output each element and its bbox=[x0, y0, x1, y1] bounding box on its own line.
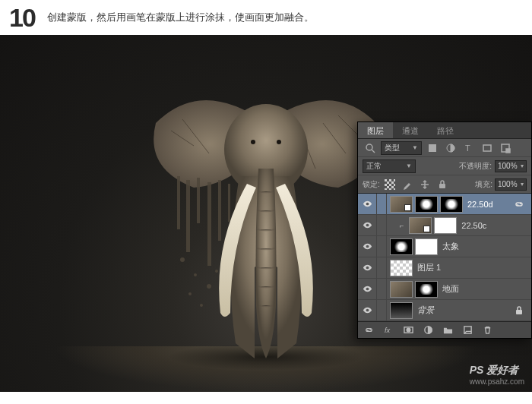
svg-point-1 bbox=[251, 140, 255, 144]
visibility-icon[interactable] bbox=[358, 263, 376, 273]
chevron-down-icon: ▾ bbox=[521, 181, 524, 188]
lock-label: 锁定: bbox=[363, 179, 380, 190]
new-group-button[interactable] bbox=[440, 324, 455, 337]
layer-row[interactable]: 地面 bbox=[358, 279, 531, 300]
svg-rect-19 bbox=[429, 144, 436, 152]
mask-thumb[interactable] bbox=[415, 238, 438, 255]
svg-rect-25 bbox=[385, 179, 395, 190]
mask-thumb[interactable] bbox=[440, 196, 463, 213]
mask-thumb[interactable] bbox=[434, 217, 457, 234]
layer-thumbs bbox=[387, 196, 463, 213]
search-icon[interactable] bbox=[363, 141, 378, 155]
svg-rect-6 bbox=[207, 182, 211, 266]
layer-thumbs bbox=[387, 281, 438, 298]
layer-thumb[interactable] bbox=[390, 302, 413, 319]
svg-rect-22 bbox=[483, 145, 491, 151]
chevron-down-icon: ▼ bbox=[406, 163, 412, 169]
layer-row[interactable]: 背景 bbox=[358, 300, 531, 321]
layer-name[interactable]: 图层 1 bbox=[413, 262, 441, 273]
layer-name[interactable]: 太象 bbox=[438, 241, 459, 252]
add-mask-button[interactable] bbox=[401, 324, 416, 337]
step-number: 10 bbox=[9, 3, 35, 33]
layer-thumb[interactable] bbox=[409, 217, 432, 234]
filter-pixel-icon[interactable] bbox=[425, 141, 440, 155]
link-column bbox=[376, 300, 387, 320]
adjustment-layer-button[interactable] bbox=[420, 324, 435, 337]
svg-text:fx: fx bbox=[384, 327, 390, 334]
layer-row[interactable]: ⌐ 22.50c bbox=[358, 215, 531, 236]
svg-rect-3 bbox=[177, 176, 180, 229]
watermark-brand: PS 爱好者 bbox=[470, 364, 519, 376]
lock-paint-icon[interactable] bbox=[400, 178, 415, 191]
elephant-illustration bbox=[141, 70, 391, 374]
link-layers-button[interactable] bbox=[361, 324, 376, 337]
delete-layer-button[interactable] bbox=[480, 324, 495, 337]
lock-position-icon[interactable] bbox=[417, 178, 432, 191]
filter-adjust-icon[interactable] bbox=[443, 141, 458, 155]
new-layer-button[interactable] bbox=[460, 324, 475, 337]
layer-thumbs bbox=[387, 238, 438, 255]
svg-point-31 bbox=[366, 245, 369, 248]
blend-mode-dropdown[interactable]: 正常▼ bbox=[363, 159, 416, 173]
visibility-icon[interactable] bbox=[358, 199, 376, 209]
layer-thumb[interactable] bbox=[390, 260, 413, 276]
watermark: PS 爱好者 www.psahz.com bbox=[470, 364, 524, 386]
layer-thumb[interactable] bbox=[390, 238, 413, 255]
link-column bbox=[376, 236, 387, 257]
layer-row[interactable]: 太象 bbox=[358, 236, 531, 257]
svg-rect-5 bbox=[197, 178, 200, 223]
visibility-icon[interactable] bbox=[358, 220, 376, 230]
svg-rect-4 bbox=[186, 180, 190, 252]
opacity-label: 不透明度: bbox=[459, 161, 492, 172]
visibility-icon[interactable] bbox=[358, 284, 376, 294]
panel-menu-icon[interactable] bbox=[519, 122, 531, 138]
layer-name[interactable]: 22.50d bbox=[463, 200, 493, 209]
lock-icon bbox=[511, 304, 527, 317]
layer-name[interactable]: 22.50c bbox=[457, 221, 486, 230]
layer-list: 22.50d ⌐ 22.50c 太象 bbox=[358, 194, 531, 321]
visibility-icon[interactable] bbox=[358, 305, 376, 315]
layer-thumbs bbox=[387, 302, 413, 319]
layer-thumb[interactable] bbox=[390, 281, 413, 298]
link-icon[interactable] bbox=[511, 197, 527, 211]
svg-point-2 bbox=[277, 140, 281, 144]
layer-thumbs bbox=[387, 260, 413, 276]
svg-point-9 bbox=[180, 257, 185, 262]
tab-layers[interactable]: 图层 bbox=[358, 122, 393, 138]
fill-label: 填充: bbox=[475, 179, 492, 190]
layer-style-button[interactable]: fx bbox=[381, 324, 396, 337]
lock-row: 锁定: 填充: 100%▾ bbox=[358, 175, 531, 194]
tab-paths[interactable]: 路径 bbox=[428, 122, 463, 138]
layer-row[interactable]: 22.50d bbox=[358, 194, 531, 215]
svg-point-12 bbox=[188, 292, 192, 295]
filter-shape-icon[interactable] bbox=[480, 141, 495, 155]
chevron-down-icon: ▼ bbox=[412, 144, 418, 151]
svg-point-14 bbox=[200, 304, 203, 307]
tab-channels[interactable]: 通道 bbox=[393, 122, 428, 138]
filter-kind-dropdown[interactable]: 类型▼ bbox=[381, 141, 422, 155]
layer-name[interactable]: 背景 bbox=[413, 305, 434, 316]
opacity-input[interactable]: 100%▾ bbox=[495, 160, 527, 172]
svg-rect-28 bbox=[439, 184, 445, 188]
mask-thumb[interactable] bbox=[415, 196, 438, 213]
svg-rect-35 bbox=[516, 310, 522, 314]
clip-icon: ⌐ bbox=[397, 222, 406, 229]
svg-point-38 bbox=[407, 328, 410, 332]
layer-thumb[interactable] bbox=[390, 196, 413, 213]
lock-transparent-icon[interactable] bbox=[382, 178, 397, 191]
svg-rect-7 bbox=[218, 180, 221, 241]
layer-name[interactable]: 地面 bbox=[438, 283, 459, 295]
filter-type-icon[interactable]: T bbox=[461, 141, 477, 155]
filter-smart-icon[interactable] bbox=[498, 141, 513, 155]
watermark-url: www.psahz.com bbox=[470, 377, 524, 386]
svg-point-33 bbox=[366, 288, 369, 291]
panel-footer: fx bbox=[358, 321, 531, 338]
layer-row[interactable]: 图层 1 bbox=[358, 257, 531, 279]
svg-rect-8 bbox=[228, 184, 230, 222]
fill-input[interactable]: 100%▾ bbox=[495, 178, 527, 191]
mask-thumb[interactable] bbox=[415, 281, 438, 298]
svg-point-18 bbox=[366, 144, 372, 150]
svg-point-11 bbox=[207, 284, 211, 289]
lock-all-icon[interactable] bbox=[435, 178, 450, 191]
visibility-icon[interactable] bbox=[358, 241, 376, 251]
